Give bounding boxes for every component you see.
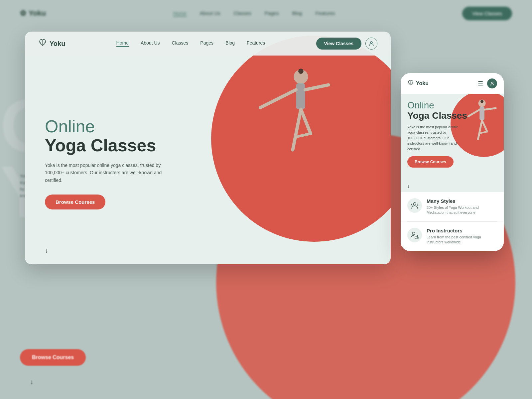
bg-logo-text: Yoku	[29, 9, 46, 18]
svg-point-0	[370, 42, 372, 44]
mobile-card: Yoku ☰	[401, 73, 504, 251]
user-icon-button[interactable]	[365, 38, 377, 50]
desktop-nav-home[interactable]: Home	[116, 40, 129, 47]
mobile-feature-many-styles: Many Styles 20+ Styles of Yoga Workout a…	[401, 192, 504, 221]
desktop-nav-features[interactable]: Features	[247, 40, 265, 47]
many-styles-title: Many Styles	[427, 198, 497, 204]
pro-instructors-text: Pro Instructors Learn from the best cert…	[427, 228, 497, 245]
desktop-logo-text: Yoku	[50, 40, 65, 48]
bg-nav-blog: Blog	[292, 10, 302, 17]
desktop-scroll-icon[interactable]: ↓	[45, 247, 48, 254]
bg-scroll-icon: ↓	[30, 378, 33, 386]
desktop-nav-about[interactable]: About Us	[141, 40, 160, 47]
svg-line-3	[260, 90, 296, 108]
many-styles-icon	[407, 198, 422, 213]
hero-online-text: Online	[45, 117, 171, 136]
mobile-lotus-icon	[407, 80, 414, 87]
desktop-card: Yoku Home About Us Classes Pages Blog Fe…	[25, 32, 391, 264]
bg-nav-pages: Pages	[265, 10, 279, 17]
hero-description: Yoka is the most popular online yoga cla…	[45, 162, 171, 184]
mobile-hero-content: Online Yoga Classes Yoka is the most pop…	[407, 100, 497, 168]
svg-line-5	[293, 109, 301, 150]
svg-line-7	[296, 134, 311, 137]
pro-instructors-title: Pro Instructors	[427, 228, 497, 233]
desktop-nav-right: View Classes	[316, 38, 377, 50]
bg-nav-classes: Classes	[233, 10, 251, 17]
desktop-nav-pages[interactable]: Pages	[200, 40, 213, 47]
hamburger-icon[interactable]: ☰	[478, 80, 483, 87]
bg-nav-features: Features	[315, 10, 335, 17]
mobile-logo-text: Yoku	[416, 80, 429, 86]
desktop-nav-classes[interactable]: Classes	[172, 40, 189, 47]
bg-nav-links: Home About Us Classes Pages Blog Feature…	[173, 10, 335, 17]
svg-line-4	[305, 85, 329, 90]
svg-point-9	[491, 82, 493, 83]
hero-title-text: Yoga Classes	[45, 136, 171, 155]
svg-point-19	[412, 232, 415, 235]
bg-view-classes-button[interactable]: View Classes	[462, 7, 512, 20]
yoga-person-desktop	[241, 49, 357, 215]
mobile-user-button[interactable]	[487, 78, 497, 88]
mobile-browse-button[interactable]: Browse Courses	[407, 156, 454, 168]
bg-browse-button[interactable]: Browse Courses	[20, 349, 86, 366]
bg-nav-home: Home	[173, 10, 187, 17]
desktop-nav-links: Home About Us Classes Pages Blog Feature…	[116, 40, 265, 47]
mobile-scroll-icon: ↓	[407, 184, 410, 189]
bg-logo: ✿ Yoku	[20, 9, 46, 18]
bg-nav-about: About Us	[200, 10, 220, 17]
desktop-navigation: Yoku Home About Us Classes Pages Blog Fe…	[25, 32, 391, 56]
mobile-description: Yoka is the most popular online yoga cla…	[407, 124, 461, 152]
mobile-features-section: Many Styles 20+ Styles of Yoga Workout a…	[401, 192, 504, 251]
svg-point-18	[413, 202, 416, 205]
desktop-hero-content: Online Yoga Classes Yoka is the most pop…	[25, 104, 185, 216]
many-styles-description: 20+ Styles of Yoga Workout and Mediatati…	[427, 205, 497, 215]
pro-instructors-description: Learn from the best certified yoga instr…	[427, 235, 497, 245]
desktop-nav-blog[interactable]: Blog	[225, 40, 235, 47]
mobile-scroll-area: ↓	[401, 180, 504, 192]
svg-line-6	[301, 109, 311, 134]
svg-rect-2	[296, 83, 305, 109]
mobile-online-text: Online	[407, 100, 497, 111]
mobile-title-text: Yoga Classes	[407, 111, 497, 121]
mobile-navigation: Yoku ☰	[401, 73, 504, 94]
browse-courses-button[interactable]: Browse Courses	[45, 195, 105, 209]
desktop-hero: Online Yoga Classes Yoka is the most pop…	[25, 56, 391, 264]
bg-lotus-icon: ✿	[20, 9, 26, 18]
desktop-logo: Yoku	[38, 39, 65, 48]
pro-instructors-icon	[407, 228, 422, 242]
many-styles-text: Many Styles 20+ Styles of Yoga Workout a…	[427, 198, 497, 215]
view-classes-button[interactable]: View Classes	[316, 38, 361, 50]
mobile-nav-right: ☰	[478, 78, 497, 88]
mobile-logo: Yoku	[407, 80, 429, 87]
bg-navigation: ✿ Yoku Home About Us Classes Pages Blog …	[0, 0, 532, 27]
desktop-lotus-icon	[38, 39, 47, 48]
mobile-hero-section: Online Yoga Classes Yoka is the most pop…	[401, 94, 504, 180]
svg-point-8	[298, 68, 304, 74]
mobile-feature-pro-instructors: Pro Instructors Learn from the best cert…	[401, 222, 504, 251]
